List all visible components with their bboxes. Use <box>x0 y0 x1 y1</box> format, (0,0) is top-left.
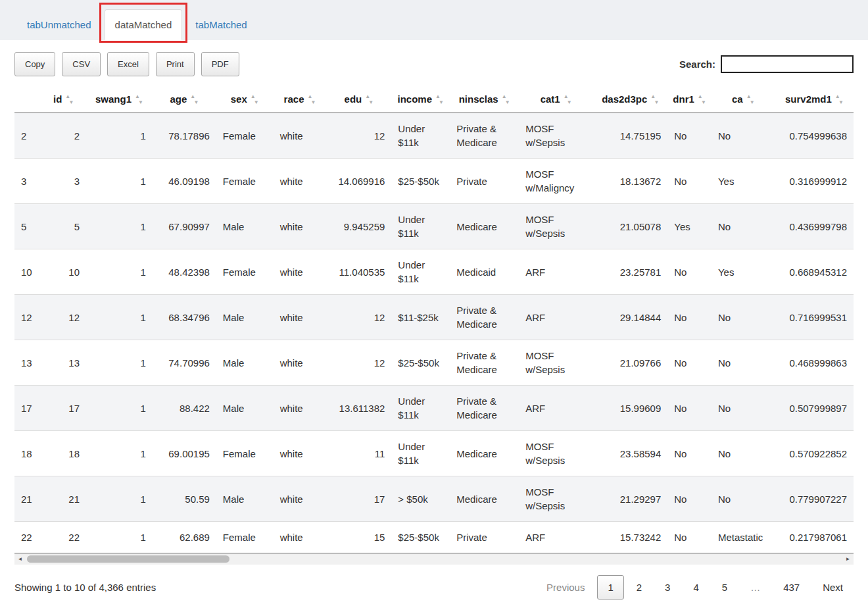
page-437-button[interactable]: 437 <box>773 575 810 599</box>
table-row: 1818169.00195Femalewhite11Under $11kMedi… <box>14 431 854 476</box>
column-header-label: das2d3pc <box>602 93 647 105</box>
cell: white <box>274 340 327 386</box>
cell: MOSF w/Sepsis <box>519 204 593 249</box>
scroll-track[interactable] <box>26 553 842 565</box>
page-2-button[interactable]: 2 <box>626 575 652 599</box>
sort-icon: ▲▼ <box>746 94 755 105</box>
cell: No <box>667 476 711 522</box>
page-3-button[interactable]: 3 <box>654 575 681 599</box>
sort-icon: ▲▼ <box>650 94 659 105</box>
scroll-right-arrow-icon[interactable]: ► <box>842 553 854 565</box>
column-header-sex[interactable]: sex▲▼ <box>216 86 274 113</box>
cell: 0.570922852 <box>775 431 854 476</box>
column-header-label: surv2md1 <box>785 93 832 105</box>
cell: white <box>274 386 327 431</box>
cell: white <box>274 204 327 249</box>
cell: ARF <box>519 522 593 553</box>
cell: 14.75195 <box>593 113 667 159</box>
cell: Under $11k <box>391 431 450 476</box>
pagination-ellipsis: … <box>740 575 771 599</box>
cell: ARF <box>519 386 593 431</box>
copy-button[interactable]: Copy <box>14 52 55 76</box>
table-row: 2121150.59Malewhite17> $50kMedicareMOSF … <box>14 476 854 522</box>
cell: Male <box>216 340 274 386</box>
cell: No <box>667 386 711 431</box>
cell: 0.507999897 <box>775 386 854 431</box>
cell: No <box>711 113 775 159</box>
next-button[interactable]: Next <box>812 575 854 599</box>
cell: MOSF w/Sepsis <box>519 340 593 386</box>
cell: Female <box>216 113 274 159</box>
column-header-rownames[interactable] <box>14 86 41 113</box>
cell: 9.945259 <box>326 204 391 249</box>
column-header-edu[interactable]: edu▲▼ <box>326 86 391 113</box>
table-row: 55167.90997Malewhite9.945259Under $11kMe… <box>14 204 854 249</box>
cell: $25-$50k <box>391 340 450 386</box>
cell: No <box>711 340 775 386</box>
cell: Yes <box>711 159 775 204</box>
cell: 5 <box>14 204 41 249</box>
cell: 5 <box>41 204 86 249</box>
pdf-button[interactable]: PDF <box>201 52 239 76</box>
cell: 12 <box>326 295 391 340</box>
cell: 0.779907227 <box>775 476 854 522</box>
print-button[interactable]: Print <box>156 52 195 76</box>
cell: 13.611382 <box>326 386 391 431</box>
cell: $25-$50k <box>391 159 450 204</box>
cell: white <box>274 159 327 204</box>
tab-dataMatched[interactable]: dataMatched <box>105 9 183 40</box>
column-header-das2d3pc[interactable]: das2d3pc▲▼ <box>593 86 667 113</box>
page-4-button[interactable]: 4 <box>683 575 709 599</box>
cell: No <box>667 522 711 553</box>
column-header-dnr1[interactable]: dnr1▲▼ <box>667 86 711 113</box>
tab-tabUnmatched[interactable]: tabUnmatched <box>16 9 102 40</box>
column-header-ca[interactable]: ca▲▼ <box>711 86 775 113</box>
page-5-button[interactable]: 5 <box>711 575 738 599</box>
scroll-left-arrow-icon[interactable]: ◄ <box>14 553 26 565</box>
cell: 2 <box>14 113 41 159</box>
search-label: Search: <box>679 59 715 70</box>
cell: 18.13672 <box>593 159 667 204</box>
table-head: id▲▼swang1▲▼age▲▼sex▲▼race▲▼edu▲▼income▲… <box>14 86 854 113</box>
csv-button[interactable]: CSV <box>62 52 101 76</box>
cell: $11-$25k <box>391 295 450 340</box>
page-1-button[interactable]: 1 <box>597 575 623 599</box>
column-header-ninsclas[interactable]: ninsclas▲▼ <box>450 86 519 113</box>
column-header-id[interactable]: id▲▼ <box>41 86 86 113</box>
cell: 21.09766 <box>593 340 667 386</box>
cell: 1 <box>86 340 153 386</box>
cell: 67.90997 <box>153 204 216 249</box>
tab-tabMatched[interactable]: tabMatched <box>185 9 257 40</box>
sort-icon: ▲▼ <box>835 94 844 105</box>
sort-icon: ▲▼ <box>365 94 374 105</box>
excel-button[interactable]: Excel <box>107 52 149 76</box>
cell: 12 <box>41 295 86 340</box>
table-row: 1313174.70996Malewhite12$25-$50kPrivate … <box>14 340 854 386</box>
table-row: 1010148.42398Femalewhite11.040535Under $… <box>14 249 854 295</box>
scroll-thumb[interactable] <box>27 555 229 563</box>
search-input[interactable] <box>721 55 854 73</box>
sort-icon: ▲▼ <box>564 94 572 105</box>
column-header-cat1[interactable]: cat1▲▼ <box>519 86 593 113</box>
horizontal-scrollbar[interactable]: ◄ ► <box>14 553 854 565</box>
cell: 12 <box>14 295 41 340</box>
column-header-swang1[interactable]: swang1▲▼ <box>86 86 153 113</box>
column-header-race[interactable]: race▲▼ <box>274 86 327 113</box>
cell: Private & Medicare <box>450 340 519 386</box>
previous-button[interactable]: Previous <box>536 575 595 599</box>
cell: 1 <box>86 476 153 522</box>
cell: No <box>667 295 711 340</box>
cell: Under $11k <box>391 386 450 431</box>
cell: 1 <box>86 431 153 476</box>
column-header-age[interactable]: age▲▼ <box>153 86 216 113</box>
cell: 10 <box>14 249 41 295</box>
column-header-surv2md1[interactable]: surv2md1▲▼ <box>775 86 854 113</box>
sort-icon: ▲▼ <box>698 94 706 105</box>
cell: 78.17896 <box>153 113 216 159</box>
column-header-income[interactable]: income▲▼ <box>391 86 450 113</box>
cell: 17 <box>14 386 41 431</box>
column-header-label: id <box>53 93 62 105</box>
cell: 1 <box>86 522 153 553</box>
column-header-label: dnr1 <box>673 93 694 105</box>
cell: 29.14844 <box>593 295 667 340</box>
